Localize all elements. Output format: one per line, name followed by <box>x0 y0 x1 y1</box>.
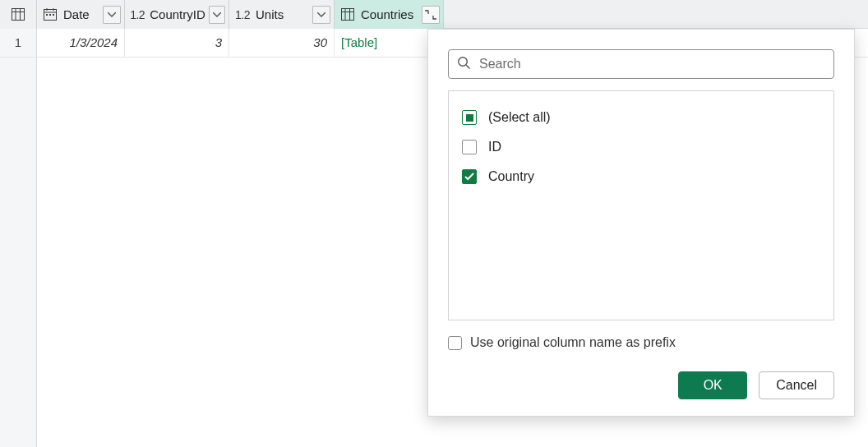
cell-countryid[interactable]: 3 <box>125 29 229 58</box>
column-header-countryid[interactable]: 1.2 CountryID <box>125 0 229 29</box>
option-country[interactable]: Country <box>462 162 820 191</box>
cancel-button[interactable]: Cancel <box>759 371 834 399</box>
svg-line-17 <box>466 65 470 69</box>
column-name: CountryID <box>148 7 205 21</box>
column-name: Date <box>62 7 99 21</box>
svg-rect-8 <box>46 14 48 16</box>
column-header-units[interactable]: 1.2 Units <box>229 0 335 29</box>
table-corner-icon[interactable] <box>0 0 37 29</box>
option-label: (Select all) <box>488 110 551 125</box>
svg-point-16 <box>459 58 468 67</box>
use-prefix-option[interactable]: Use original column name as prefix <box>448 335 834 350</box>
checkbox-unchecked-icon[interactable] <box>462 140 477 154</box>
column-name: Units <box>254 7 309 21</box>
column-header-countries[interactable]: Countries <box>335 0 444 29</box>
search-input[interactable] <box>478 56 825 72</box>
checkbox-checked-icon[interactable] <box>462 169 477 184</box>
number-type-icon: 1.2 <box>234 8 251 21</box>
expand-columns-popup: (Select all) ID Country Use original col… <box>427 29 855 417</box>
use-prefix-label: Use original column name as prefix <box>470 335 676 350</box>
row-number: 1 <box>0 29 37 57</box>
option-id[interactable]: ID <box>462 132 820 162</box>
dialog-buttons: OK Cancel <box>448 371 834 399</box>
cell-date[interactable]: 1/3/2024 <box>37 29 125 58</box>
column-headers: Date 1.2 CountryID 1.2 Units <box>0 0 868 29</box>
column-options-list: (Select all) ID Country <box>448 90 834 320</box>
expand-column-button[interactable] <box>422 6 440 24</box>
ok-button[interactable]: OK <box>678 371 747 399</box>
filter-dropdown-button[interactable] <box>312 6 330 24</box>
svg-rect-11 <box>342 9 354 21</box>
cell-units[interactable]: 30 <box>229 29 335 58</box>
row-gutter <box>0 58 37 447</box>
column-name: Countries <box>359 7 418 21</box>
svg-rect-0 <box>12 9 25 21</box>
calendar-icon <box>42 8 58 21</box>
checkbox-unchecked-icon[interactable] <box>448 336 462 350</box>
option-label: ID <box>488 140 501 154</box>
filter-dropdown-button[interactable] <box>103 6 121 24</box>
search-icon <box>457 56 471 72</box>
checkbox-indeterminate-icon[interactable] <box>462 110 477 125</box>
search-input-wrapper[interactable] <box>448 49 834 79</box>
filter-dropdown-button[interactable] <box>209 6 225 24</box>
svg-rect-9 <box>49 14 51 16</box>
option-label: Country <box>488 169 534 184</box>
table-type-icon <box>339 8 356 21</box>
svg-rect-10 <box>53 14 54 16</box>
number-type-icon: 1.2 <box>130 8 145 21</box>
column-header-date[interactable]: Date <box>37 0 125 29</box>
option-select-all[interactable]: (Select all) <box>462 103 820 132</box>
